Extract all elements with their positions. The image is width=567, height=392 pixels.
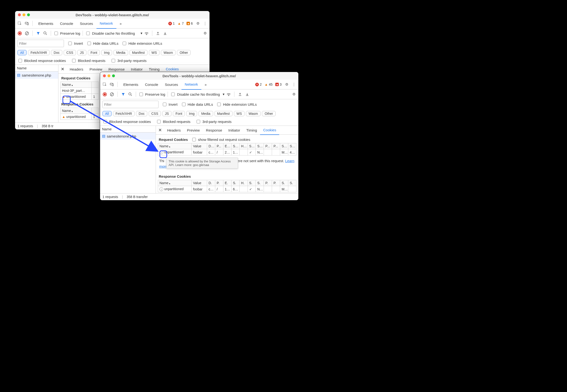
col-samesite[interactable]: S... bbox=[256, 143, 264, 149]
device-toolbar-icon[interactable] bbox=[24, 20, 30, 27]
col-s2[interactable]: S... bbox=[288, 143, 297, 149]
preserve-log-checkbox[interactable]: Preserve log bbox=[138, 92, 165, 97]
upload-har-icon[interactable] bbox=[237, 91, 243, 97]
filter-funnel-icon[interactable] bbox=[120, 91, 126, 97]
third-party-requests-checkbox[interactable]: 3rd-party requests bbox=[196, 119, 232, 124]
warnings-badge[interactable]: ▲7 bbox=[177, 21, 185, 26]
traffic-close[interactable] bbox=[103, 74, 106, 77]
chip-doc[interactable]: Doc bbox=[51, 50, 62, 55]
detail-tab-preview[interactable]: Preview bbox=[184, 126, 203, 134]
col-s1[interactable]: S... bbox=[280, 143, 288, 149]
detail-tab-headers[interactable]: Headers bbox=[67, 65, 87, 73]
response-cookies-table[interactable]: Name Value D.P. E.S. H.S. S.P. P.S. S. i… bbox=[158, 180, 297, 192]
blocked-response-cookies-checkbox[interactable]: Blocked response cookies bbox=[17, 58, 66, 63]
third-party-requests-checkbox[interactable]: 3rd-party requests bbox=[111, 58, 147, 63]
chip-js[interactable]: JS bbox=[162, 111, 171, 116]
settings-gear-icon[interactable]: ⚙ bbox=[284, 81, 290, 87]
col-value[interactable]: Value bbox=[192, 180, 207, 186]
chip-media[interactable]: Media bbox=[114, 50, 128, 55]
issues-badge[interactable]: ■6 bbox=[186, 21, 194, 26]
errors-badge[interactable]: ✕1 bbox=[167, 21, 176, 26]
col-name[interactable]: Name bbox=[158, 180, 192, 186]
hide-data-urls-checkbox[interactable]: Hide data URLs bbox=[181, 102, 213, 107]
request-cookies-table[interactable]: Name Value D... P... E... S... H... S...… bbox=[158, 143, 297, 155]
chip-other[interactable]: Other bbox=[177, 50, 191, 55]
tab-elements[interactable]: Elements bbox=[120, 80, 142, 89]
tab-elements[interactable]: Elements bbox=[35, 19, 57, 28]
more-menu-icon[interactable]: ⋮ bbox=[291, 81, 297, 87]
upload-har-icon[interactable] bbox=[155, 30, 161, 36]
network-settings-gear-icon[interactable]: ⚙ bbox=[291, 91, 297, 97]
col-priority[interactable]: P... bbox=[272, 143, 280, 149]
detail-tab-response[interactable]: Response bbox=[203, 126, 225, 134]
chip-font[interactable]: Font bbox=[88, 50, 100, 55]
show-filtered-cookies-checkbox[interactable]: show filtered out request cookies bbox=[191, 137, 250, 142]
invert-checkbox[interactable]: Invert bbox=[67, 41, 83, 46]
chip-wasm[interactable]: Wasm bbox=[246, 111, 261, 116]
record-button[interactable] bbox=[102, 91, 108, 97]
tab-sources[interactable]: Sources bbox=[162, 80, 181, 89]
chip-ws[interactable]: WS bbox=[234, 111, 245, 116]
inspect-element-icon[interactable] bbox=[102, 81, 108, 87]
settings-gear-icon[interactable]: ⚙ bbox=[195, 20, 201, 27]
network-conditions-icon[interactable] bbox=[225, 91, 232, 97]
name-column-header[interactable]: Name bbox=[15, 65, 58, 71]
col-name[interactable]: Name bbox=[60, 82, 92, 88]
tab-sources[interactable]: Sources bbox=[77, 19, 96, 28]
table-row[interactable]: i unpartitioned foobar c…/ 1…6… ✓ N… M… bbox=[158, 186, 297, 192]
chip-css[interactable]: CSS bbox=[64, 50, 76, 55]
filter-input[interactable] bbox=[17, 40, 64, 47]
detail-tab-timing[interactable]: Timing bbox=[243, 126, 260, 134]
titlebar[interactable]: DevTools - wobbly-violet-heaven.glitch.m… bbox=[100, 72, 298, 80]
chip-ws[interactable]: WS bbox=[149, 50, 160, 55]
chip-font[interactable]: Font bbox=[173, 111, 185, 116]
detail-tab-headers[interactable]: Headers bbox=[164, 126, 184, 134]
tab-console[interactable]: Console bbox=[57, 19, 77, 28]
chip-js[interactable]: JS bbox=[77, 50, 87, 55]
requests-list[interactable]: Name ▤ samesitenone.php bbox=[15, 65, 59, 127]
col-name[interactable]: Name bbox=[158, 143, 192, 149]
tab-network[interactable]: Network bbox=[96, 19, 116, 29]
network-settings-gear-icon[interactable]: ⚙ bbox=[202, 30, 208, 36]
clear-button[interactable] bbox=[24, 30, 30, 36]
filter-funnel-icon[interactable] bbox=[35, 30, 41, 36]
traffic-zoom[interactable] bbox=[112, 74, 115, 77]
hide-data-urls-checkbox[interactable]: Hide data URLs bbox=[87, 41, 119, 46]
col-partition[interactable]: P... bbox=[264, 143, 272, 149]
col-path[interactable]: P... bbox=[215, 143, 223, 149]
hide-extension-urls-checkbox[interactable]: Hide extension URLs bbox=[122, 41, 162, 46]
traffic-minimize[interactable] bbox=[107, 74, 110, 77]
chip-manifest[interactable]: Manifest bbox=[215, 111, 233, 116]
throttling-select[interactable]: No throttling ▾ bbox=[200, 92, 224, 96]
inspect-element-icon[interactable] bbox=[16, 20, 23, 27]
hide-extension-urls-checkbox[interactable]: Hide extension URLs bbox=[216, 102, 257, 107]
tabs-overflow[interactable]: » bbox=[116, 19, 125, 28]
invert-checkbox[interactable]: Invert bbox=[162, 102, 178, 107]
col-size[interactable]: S... bbox=[231, 143, 239, 149]
tabs-overflow[interactable]: » bbox=[201, 80, 210, 89]
col-secure[interactable]: S... bbox=[248, 143, 256, 149]
traffic-minimize[interactable] bbox=[23, 14, 25, 16]
preserve-log-checkbox[interactable]: Preserve log bbox=[53, 31, 80, 36]
network-conditions-icon[interactable] bbox=[143, 30, 150, 36]
chip-wasm[interactable]: Wasm bbox=[161, 50, 176, 55]
detail-tab-cookies[interactable]: Cookies bbox=[260, 126, 279, 135]
titlebar[interactable]: DevTools - wobbly-violet-heaven.glitch.m… bbox=[15, 11, 209, 19]
tab-console[interactable]: Console bbox=[142, 80, 162, 89]
disable-cache-checkbox[interactable]: Disable cache bbox=[170, 92, 199, 97]
warnings-badge[interactable]: ▲45 bbox=[264, 82, 273, 87]
blocked-requests-checkbox[interactable]: Blocked requests bbox=[71, 58, 105, 63]
traffic-zoom[interactable] bbox=[27, 14, 30, 16]
chip-fetch-xhr[interactable]: Fetch/XHR bbox=[28, 50, 50, 55]
record-button[interactable] bbox=[16, 30, 23, 36]
chip-manifest[interactable]: Manifest bbox=[130, 50, 148, 55]
download-har-icon[interactable] bbox=[244, 91, 250, 97]
col-httponly[interactable]: H... bbox=[239, 143, 248, 149]
close-detail-icon[interactable]: ✕ bbox=[59, 67, 67, 72]
col-value[interactable]: Value bbox=[192, 143, 207, 149]
table-row[interactable]: i unpartitioned foobar c… / 2… 1… ✓ N… M… bbox=[158, 149, 297, 155]
device-toolbar-icon[interactable] bbox=[109, 81, 115, 87]
more-menu-icon[interactable]: ⋮ bbox=[202, 20, 208, 27]
clear-button[interactable] bbox=[109, 91, 115, 97]
detail-tab-initiator[interactable]: Initiator bbox=[225, 126, 243, 134]
